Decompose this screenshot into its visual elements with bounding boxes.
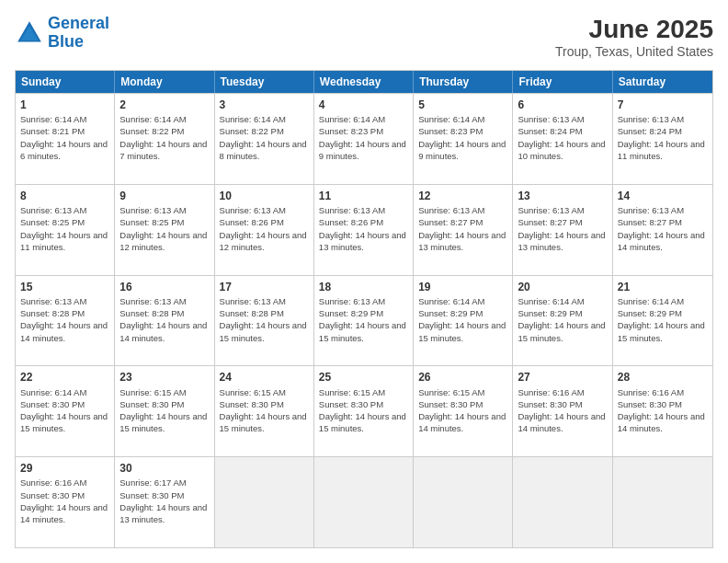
day-info: Sunrise: 6:13 AMSunset: 8:27 PMDaylight:… xyxy=(618,204,708,253)
calendar-header: Sunday Monday Tuesday Wednesday Thursday… xyxy=(16,71,712,93)
day-info: Sunrise: 6:13 AMSunset: 8:26 PMDaylight:… xyxy=(319,204,408,253)
cal-cell: 19Sunrise: 6:14 AMSunset: 8:29 PMDayligh… xyxy=(414,276,513,366)
cal-cell xyxy=(513,457,612,547)
day-number: 8 xyxy=(20,189,109,203)
cal-cell: 21Sunrise: 6:14 AMSunset: 8:29 PMDayligh… xyxy=(613,276,712,366)
day-info: Sunrise: 6:14 AMSunset: 8:29 PMDaylight:… xyxy=(518,295,607,344)
page: General Blue June 2025 Troup, Texas, Uni… xyxy=(0,0,728,563)
day-info: Sunrise: 6:17 AMSunset: 8:30 PMDaylight:… xyxy=(119,477,209,525)
cal-cell: 5Sunrise: 6:14 AMSunset: 8:23 PMDaylight… xyxy=(414,94,513,184)
day-info: Sunrise: 6:14 AMSunset: 8:23 PMDaylight:… xyxy=(319,113,408,162)
cal-cell xyxy=(215,457,314,547)
cal-row-4: 22Sunrise: 6:14 AMSunset: 8:30 PMDayligh… xyxy=(16,365,712,456)
day-number: 29 xyxy=(20,461,109,476)
day-info: Sunrise: 6:14 AMSunset: 8:30 PMDaylight:… xyxy=(20,386,109,435)
cal-cell: 23Sunrise: 6:15 AMSunset: 8:30 PMDayligh… xyxy=(115,366,214,456)
cal-cell: 29Sunrise: 6:16 AMSunset: 8:30 PMDayligh… xyxy=(16,457,115,547)
cal-cell: 17Sunrise: 6:13 AMSunset: 8:28 PMDayligh… xyxy=(215,276,314,366)
logo: General Blue xyxy=(15,15,109,52)
day-info: Sunrise: 6:13 AMSunset: 8:28 PMDaylight:… xyxy=(20,295,109,344)
day-info: Sunrise: 6:13 AMSunset: 8:29 PMDaylight:… xyxy=(319,295,408,344)
logo-line2: Blue xyxy=(48,32,84,51)
month-year: June 2025 xyxy=(555,15,713,44)
day-number: 22 xyxy=(20,370,109,385)
day-info: Sunrise: 6:15 AMSunset: 8:30 PMDaylight:… xyxy=(319,386,408,435)
day-number: 5 xyxy=(418,98,507,112)
day-number: 24 xyxy=(220,370,309,385)
cal-cell: 7Sunrise: 6:13 AMSunset: 8:24 PMDaylight… xyxy=(613,94,712,184)
header-wednesday: Wednesday xyxy=(314,71,414,93)
cal-cell: 15Sunrise: 6:13 AMSunset: 8:28 PMDayligh… xyxy=(16,276,115,366)
cal-cell: 12Sunrise: 6:13 AMSunset: 8:27 PMDayligh… xyxy=(414,185,513,275)
day-number: 14 xyxy=(618,189,708,203)
day-info: Sunrise: 6:13 AMSunset: 8:28 PMDaylight:… xyxy=(119,295,209,344)
day-number: 13 xyxy=(518,189,607,203)
cal-row-1: 1Sunrise: 6:14 AMSunset: 8:21 PMDaylight… xyxy=(16,93,712,184)
header-friday: Friday xyxy=(513,71,612,93)
day-number: 30 xyxy=(119,461,209,476)
cal-cell: 14Sunrise: 6:13 AMSunset: 8:27 PMDayligh… xyxy=(613,185,712,275)
day-info: Sunrise: 6:13 AMSunset: 8:26 PMDaylight:… xyxy=(220,204,309,253)
day-number: 3 xyxy=(220,98,309,112)
day-number: 26 xyxy=(418,370,507,385)
day-info: Sunrise: 6:15 AMSunset: 8:30 PMDaylight:… xyxy=(119,386,209,435)
header: General Blue June 2025 Troup, Texas, Uni… xyxy=(15,15,713,59)
cal-row-3: 15Sunrise: 6:13 AMSunset: 8:28 PMDayligh… xyxy=(16,275,712,366)
cal-cell: 25Sunrise: 6:15 AMSunset: 8:30 PMDayligh… xyxy=(314,366,414,456)
cal-cell: 28Sunrise: 6:16 AMSunset: 8:30 PMDayligh… xyxy=(613,366,712,456)
day-info: Sunrise: 6:14 AMSunset: 8:22 PMDaylight:… xyxy=(119,113,209,162)
cal-cell xyxy=(613,457,712,547)
cal-cell: 30Sunrise: 6:17 AMSunset: 8:30 PMDayligh… xyxy=(115,457,214,547)
cal-cell: 20Sunrise: 6:14 AMSunset: 8:29 PMDayligh… xyxy=(513,276,612,366)
cal-cell: 3Sunrise: 6:14 AMSunset: 8:22 PMDaylight… xyxy=(215,94,314,184)
day-number: 25 xyxy=(319,370,408,385)
day-number: 27 xyxy=(518,370,607,385)
day-info: Sunrise: 6:14 AMSunset: 8:23 PMDaylight:… xyxy=(418,113,507,162)
location: Troup, Texas, United States xyxy=(555,44,713,59)
header-monday: Monday xyxy=(115,71,214,93)
cal-cell: 4Sunrise: 6:14 AMSunset: 8:23 PMDaylight… xyxy=(314,94,414,184)
day-info: Sunrise: 6:16 AMSunset: 8:30 PMDaylight:… xyxy=(618,386,708,435)
title-block: June 2025 Troup, Texas, United States xyxy=(555,15,713,59)
day-info: Sunrise: 6:13 AMSunset: 8:25 PMDaylight:… xyxy=(119,204,209,253)
header-tuesday: Tuesday xyxy=(215,71,314,93)
cal-cell: 27Sunrise: 6:16 AMSunset: 8:30 PMDayligh… xyxy=(513,366,612,456)
cal-cell: 11Sunrise: 6:13 AMSunset: 8:26 PMDayligh… xyxy=(314,185,414,275)
cal-row-2: 8Sunrise: 6:13 AMSunset: 8:25 PMDaylight… xyxy=(16,184,712,275)
day-number: 2 xyxy=(119,98,209,112)
cal-cell: 13Sunrise: 6:13 AMSunset: 8:27 PMDayligh… xyxy=(513,185,612,275)
cal-cell: 6Sunrise: 6:13 AMSunset: 8:24 PMDaylight… xyxy=(513,94,612,184)
day-number: 18 xyxy=(319,280,408,294)
day-number: 4 xyxy=(319,98,408,112)
day-number: 15 xyxy=(20,280,109,294)
cal-cell: 2Sunrise: 6:14 AMSunset: 8:22 PMDaylight… xyxy=(115,94,214,184)
calendar-body: 1Sunrise: 6:14 AMSunset: 8:21 PMDaylight… xyxy=(16,93,712,547)
day-number: 10 xyxy=(220,189,309,203)
cal-cell: 22Sunrise: 6:14 AMSunset: 8:30 PMDayligh… xyxy=(16,366,115,456)
header-saturday: Saturday xyxy=(613,71,712,93)
logo-line1: General xyxy=(48,14,109,32)
day-number: 23 xyxy=(119,370,209,385)
cal-cell xyxy=(414,457,513,547)
cal-cell: 16Sunrise: 6:13 AMSunset: 8:28 PMDayligh… xyxy=(115,276,214,366)
calendar: Sunday Monday Tuesday Wednesday Thursday… xyxy=(15,70,713,548)
day-info: Sunrise: 6:13 AMSunset: 8:27 PMDaylight:… xyxy=(418,204,507,253)
day-info: Sunrise: 6:16 AMSunset: 8:30 PMDaylight:… xyxy=(20,477,109,525)
day-info: Sunrise: 6:14 AMSunset: 8:29 PMDaylight:… xyxy=(618,295,708,344)
day-number: 9 xyxy=(119,189,209,203)
day-number: 17 xyxy=(220,280,309,294)
cal-cell: 9Sunrise: 6:13 AMSunset: 8:25 PMDaylight… xyxy=(115,185,214,275)
day-number: 16 xyxy=(119,280,209,294)
day-number: 12 xyxy=(418,189,507,203)
cal-cell: 1Sunrise: 6:14 AMSunset: 8:21 PMDaylight… xyxy=(16,94,115,184)
day-info: Sunrise: 6:13 AMSunset: 8:24 PMDaylight:… xyxy=(518,113,607,162)
logo-icon xyxy=(15,18,44,48)
day-info: Sunrise: 6:13 AMSunset: 8:24 PMDaylight:… xyxy=(618,113,708,162)
cal-cell: 26Sunrise: 6:15 AMSunset: 8:30 PMDayligh… xyxy=(414,366,513,456)
cal-cell: 10Sunrise: 6:13 AMSunset: 8:26 PMDayligh… xyxy=(215,185,314,275)
day-info: Sunrise: 6:13 AMSunset: 8:25 PMDaylight:… xyxy=(20,204,109,253)
day-number: 20 xyxy=(518,280,607,294)
day-info: Sunrise: 6:13 AMSunset: 8:27 PMDaylight:… xyxy=(518,204,607,253)
cal-cell: 18Sunrise: 6:13 AMSunset: 8:29 PMDayligh… xyxy=(314,276,414,366)
day-number: 1 xyxy=(20,98,109,112)
